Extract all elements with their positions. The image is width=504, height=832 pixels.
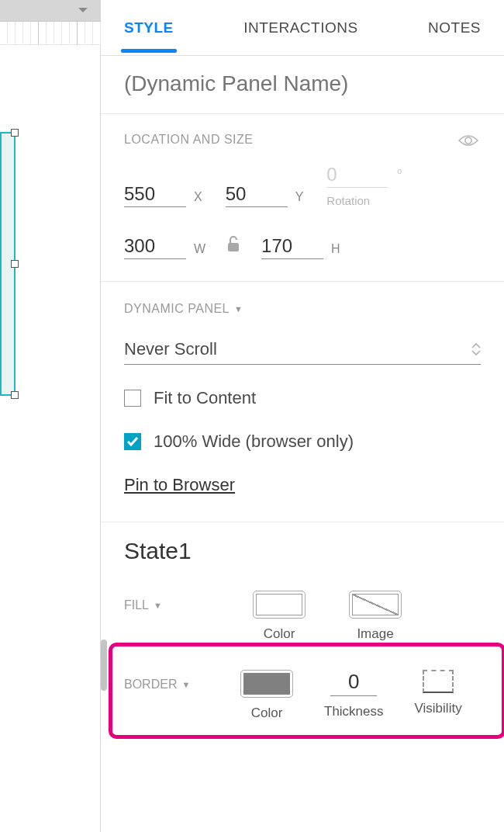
fill-image-swatch[interactable] (349, 591, 402, 619)
resize-handle[interactable] (11, 391, 19, 399)
scroll-behavior-select[interactable]: Never Scroll (124, 339, 481, 365)
border-visibility-caption: Visibility (415, 701, 462, 716)
rotation-input (326, 162, 388, 188)
tab-style[interactable]: STYLE (124, 19, 174, 36)
border-thickness-caption: Thickness (324, 704, 384, 719)
w-label: W (194, 242, 205, 259)
tab-interactions[interactable]: INTERACTIONS (243, 19, 357, 36)
border-header[interactable]: BORDER▼ (124, 670, 209, 692)
fit-checkbox[interactable] (124, 390, 141, 407)
h-label: H (331, 242, 340, 259)
fit-label: Fit to Content (154, 388, 256, 408)
fit-to-content-row[interactable]: Fit to Content (124, 388, 481, 408)
svg-rect-1 (228, 243, 239, 251)
full-width-row[interactable]: 100% Wide (browser only) (124, 432, 481, 452)
y-input[interactable] (226, 182, 288, 207)
chevron-down-icon[interactable] (78, 5, 88, 16)
svg-point-0 (465, 137, 471, 144)
x-label: X (194, 190, 202, 207)
inspector-tabs: STYLE INTERACTIONS NOTES (101, 0, 504, 56)
pin-to-browser-link[interactable]: Pin to Browser (124, 475, 235, 495)
border-row: BORDER▼ Color 0 Thickness Visibility (101, 670, 504, 741)
resize-handle[interactable] (11, 129, 19, 137)
section-dynamic-panel: DYNAMIC PANEL▼ Never Scroll Fit to Conte… (101, 282, 504, 522)
dynamic-panel-header[interactable]: DYNAMIC PANEL▼ (124, 302, 481, 316)
ruler (0, 22, 101, 45)
x-input[interactable] (124, 182, 186, 207)
wide-label: 100% Wide (browser only) (154, 432, 354, 452)
fill-image-caption: Image (357, 626, 393, 642)
canvas-area (0, 0, 101, 832)
border-thickness-input[interactable]: 0 (330, 670, 377, 696)
degree-icon: ° (396, 167, 402, 188)
state-title: State1 (101, 522, 504, 577)
height-input[interactable] (261, 234, 323, 259)
section-location-size: LOCATION AND SIZE X Y (101, 114, 504, 282)
triangle-down-icon: ▼ (234, 304, 243, 314)
stepper-icon[interactable] (471, 342, 481, 356)
scrollbar-thumb[interactable] (101, 640, 107, 691)
wide-checkbox[interactable] (124, 433, 141, 450)
fill-color-caption: Color (264, 626, 295, 642)
widget-name-input[interactable] (101, 56, 504, 114)
width-input[interactable] (124, 234, 186, 259)
y-label: Y (295, 190, 304, 207)
triangle-down-icon: ▼ (181, 680, 190, 689)
tab-notes[interactable]: NOTES (428, 19, 481, 36)
triangle-down-icon: ▼ (154, 601, 162, 610)
fill-header[interactable]: FILL▼ (124, 591, 209, 612)
rotation-label: Rotation (326, 194, 370, 207)
scroll-value: Never Scroll (124, 339, 217, 359)
fill-color-swatch[interactable] (253, 591, 306, 619)
inspector-panel: STYLE INTERACTIONS NOTES LOCATION AND SI… (101, 0, 504, 832)
canvas-toolbar (0, 0, 101, 22)
lock-aspect-icon[interactable] (221, 234, 246, 259)
border-color-caption: Color (251, 705, 283, 721)
border-color-swatch[interactable] (240, 670, 293, 698)
border-visibility-swatch[interactable] (423, 670, 454, 693)
resize-handle[interactable] (11, 260, 19, 268)
selected-widget[interactable] (0, 132, 16, 396)
section-label: LOCATION AND SIZE (124, 133, 481, 147)
visibility-eye-icon[interactable] (457, 133, 479, 151)
fill-row: FILL▼ Color Image (101, 577, 504, 670)
